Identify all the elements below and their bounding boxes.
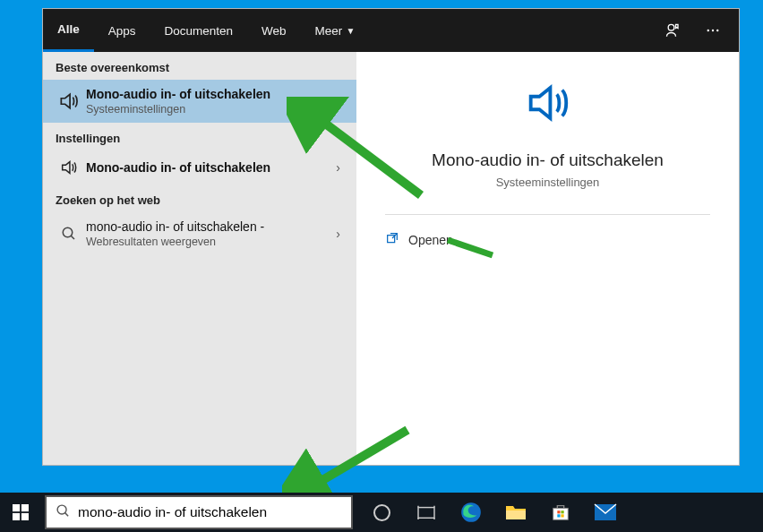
divider	[385, 214, 710, 215]
result-web[interactable]: mono-audio in- of uitschakelen - Webresu…	[43, 212, 356, 255]
result-title: mono-audio in- of uitschakelen -	[86, 219, 332, 234]
task-view-icon	[416, 504, 436, 520]
windows-icon	[13, 504, 29, 520]
store-icon	[551, 502, 570, 522]
svg-point-1	[707, 30, 709, 31]
open-label: Openen	[408, 233, 453, 247]
svg-rect-12	[21, 504, 29, 511]
section-settings: Instellingen	[43, 123, 356, 150]
result-title: Mono-audio in- of uitschakelen	[86, 87, 344, 101]
taskbar	[0, 493, 763, 532]
svg-point-0	[668, 24, 674, 30]
result-sub: Systeeminstellingen	[86, 103, 344, 116]
chevron-right-icon: ›	[332, 227, 344, 241]
result-sub: Webresultaten weergeven	[86, 236, 332, 248]
tab-more-label: Meer	[315, 24, 343, 38]
chevron-down-icon: ▼	[346, 26, 355, 36]
mail-button[interactable]	[584, 493, 627, 532]
preview-pane: Mono-audio in- of uitschakelen Systeemin…	[356, 52, 739, 465]
search-icon	[56, 503, 71, 522]
feedback-icon[interactable]	[656, 13, 690, 47]
cortana-button[interactable]	[360, 493, 403, 532]
svg-rect-14	[21, 513, 29, 520]
search-panel: Alle Apps Documenten Web Meer ▼ Beste ov…	[42, 8, 740, 466]
result-best-match[interactable]: Mono-audio in- of uitschakelen Systeemin…	[43, 80, 356, 123]
tab-web[interactable]: Web	[247, 9, 301, 52]
tab-all[interactable]: Alle	[43, 9, 94, 52]
search-input[interactable]	[78, 504, 342, 520]
svg-point-15	[57, 505, 66, 514]
svg-rect-13	[13, 513, 20, 520]
svg-rect-19	[553, 508, 569, 519]
preview-sub: Systeeminstellingen	[496, 176, 600, 189]
result-setting[interactable]: Mono-audio in- of uitschakelen ›	[43, 150, 356, 184]
svg-rect-18	[506, 511, 526, 519]
cortana-icon	[373, 504, 390, 521]
tab-apps[interactable]: Apps	[94, 9, 150, 52]
svg-rect-20	[557, 511, 560, 513]
result-title: Mono-audio in- of uitschakelen	[86, 160, 332, 175]
task-view-button[interactable]	[405, 493, 448, 532]
file-explorer-button[interactable]	[494, 493, 537, 532]
svg-rect-16	[418, 508, 434, 519]
svg-rect-21	[561, 511, 563, 513]
section-web-search: Zoeken op het web	[43, 184, 356, 212]
open-action[interactable]: Openen	[385, 231, 453, 248]
svg-rect-22	[557, 514, 560, 517]
svg-point-4	[63, 227, 73, 237]
tab-more[interactable]: Meer ▼	[301, 9, 370, 52]
svg-point-3	[716, 30, 718, 31]
more-options-icon[interactable]	[696, 13, 730, 47]
folder-icon	[505, 503, 527, 521]
edge-icon	[459, 501, 483, 524]
svg-point-2	[712, 30, 714, 31]
section-best-match: Beste overeenkomst	[43, 52, 356, 80]
speaker-icon	[516, 77, 580, 133]
start-button[interactable]	[0, 493, 41, 532]
preview-title: Mono-audio in- of uitschakelen	[432, 150, 664, 170]
speaker-icon	[56, 158, 82, 177]
tabs-bar: Alle Apps Documenten Web Meer ▼	[43, 9, 739, 52]
tab-documents[interactable]: Documenten	[150, 9, 248, 52]
chevron-right-icon: ›	[332, 160, 344, 175]
search-icon	[56, 226, 82, 242]
svg-rect-23	[561, 514, 563, 517]
microsoft-store-button[interactable]	[539, 493, 582, 532]
mail-icon	[594, 503, 617, 521]
open-icon	[385, 231, 399, 248]
results-list: Beste overeenkomst Mono-audio in- of uit…	[43, 52, 356, 465]
svg-rect-11	[13, 504, 20, 511]
edge-button[interactable]	[450, 493, 493, 532]
speaker-icon	[56, 90, 82, 113]
taskbar-search-box[interactable]	[45, 495, 353, 529]
